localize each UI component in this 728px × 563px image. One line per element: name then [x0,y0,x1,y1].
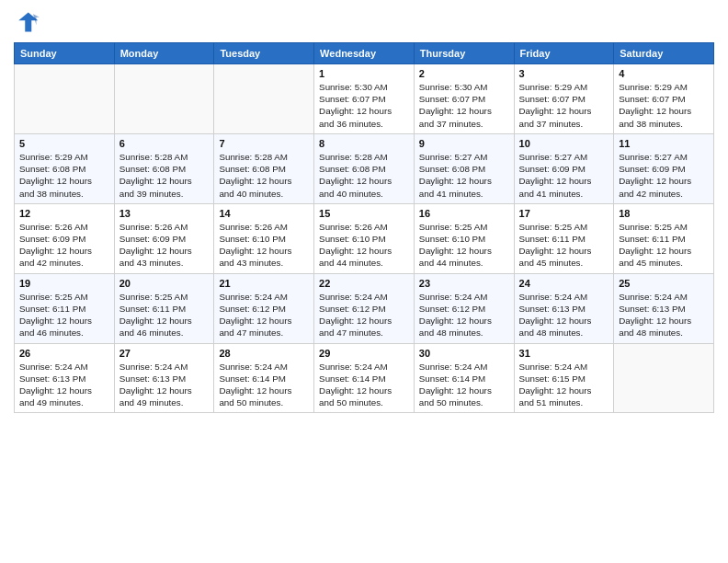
calendar-week-2: 5Sunrise: 5:29 AM Sunset: 6:08 PM Daylig… [15,133,714,203]
calendar-cell: 12Sunrise: 5:26 AM Sunset: 6:09 PM Dayli… [15,203,115,273]
day-number: 20 [119,278,210,289]
day-number: 19 [19,278,109,289]
day-number: 4 [619,68,709,79]
day-number: 11 [619,138,709,149]
day-info: Sunrise: 5:25 AM Sunset: 6:11 PM Dayligh… [119,291,210,339]
day-number: 17 [519,208,609,219]
calendar-week-3: 12Sunrise: 5:26 AM Sunset: 6:09 PM Dayli… [15,203,714,273]
day-number: 24 [519,278,609,289]
day-info: Sunrise: 5:27 AM Sunset: 6:08 PM Dayligh… [419,151,509,200]
logo-icon [14,9,40,35]
calendar-cell: 17Sunrise: 5:25 AM Sunset: 6:11 PM Dayli… [514,203,614,273]
day-number: 25 [619,278,709,289]
calendar-cell: 7Sunrise: 5:28 AM Sunset: 6:08 PM Daylig… [214,133,314,203]
day-info: Sunrise: 5:28 AM Sunset: 6:08 PM Dayligh… [219,151,309,200]
day-number: 10 [519,138,609,149]
calendar-cell: 23Sunrise: 5:24 AM Sunset: 6:12 PM Dayli… [414,273,514,343]
calendar-cell: 9Sunrise: 5:27 AM Sunset: 6:08 PM Daylig… [414,133,514,203]
day-info: Sunrise: 5:24 AM Sunset: 6:12 PM Dayligh… [419,291,509,339]
header-saturday: Saturday [614,43,714,64]
day-number: 22 [319,278,409,289]
calendar-header-row: SundayMondayTuesdayWednesdayThursdayFrid… [15,43,714,64]
day-number: 14 [219,208,309,219]
header-tuesday: Tuesday [214,43,314,64]
day-info: Sunrise: 5:24 AM Sunset: 6:13 PM Dayligh… [19,361,109,409]
calendar-table: SundayMondayTuesdayWednesdayThursdayFrid… [14,42,714,413]
page-header [14,9,714,35]
header-friday: Friday [514,43,614,64]
calendar-cell: 10Sunrise: 5:27 AM Sunset: 6:09 PM Dayli… [514,133,614,203]
calendar-cell: 27Sunrise: 5:24 AM Sunset: 6:13 PM Dayli… [114,343,214,413]
day-info: Sunrise: 5:24 AM Sunset: 6:14 PM Dayligh… [419,361,509,409]
day-info: Sunrise: 5:25 AM Sunset: 6:11 PM Dayligh… [19,291,109,339]
header-wednesday: Wednesday [314,43,415,64]
calendar-cell: 1Sunrise: 5:30 AM Sunset: 6:07 PM Daylig… [314,64,415,134]
day-number: 8 [319,138,409,149]
day-number: 3 [519,68,609,79]
day-info: Sunrise: 5:24 AM Sunset: 6:14 PM Dayligh… [319,361,409,409]
header-thursday: Thursday [414,43,514,64]
day-number: 18 [619,208,709,219]
day-number: 30 [419,348,509,359]
calendar-cell: 24Sunrise: 5:24 AM Sunset: 6:13 PM Dayli… [514,273,614,343]
day-number: 26 [19,348,109,359]
day-info: Sunrise: 5:24 AM Sunset: 6:12 PM Dayligh… [219,291,309,339]
calendar-cell: 14Sunrise: 5:26 AM Sunset: 6:10 PM Dayli… [214,203,314,273]
day-info: Sunrise: 5:25 AM Sunset: 6:11 PM Dayligh… [519,221,609,270]
day-number: 21 [219,278,309,289]
day-info: Sunrise: 5:24 AM Sunset: 6:12 PM Dayligh… [319,291,409,339]
calendar-cell: 11Sunrise: 5:27 AM Sunset: 6:09 PM Dayli… [614,133,714,203]
calendar-cell: 28Sunrise: 5:24 AM Sunset: 6:14 PM Dayli… [214,343,314,413]
day-info: Sunrise: 5:29 AM Sunset: 6:07 PM Dayligh… [519,81,609,130]
calendar-cell: 6Sunrise: 5:28 AM Sunset: 6:08 PM Daylig… [114,133,214,203]
calendar-cell: 15Sunrise: 5:26 AM Sunset: 6:10 PM Dayli… [314,203,415,273]
day-info: Sunrise: 5:26 AM Sunset: 6:10 PM Dayligh… [319,221,409,270]
day-info: Sunrise: 5:24 AM Sunset: 6:13 PM Dayligh… [619,291,709,339]
calendar-cell: 13Sunrise: 5:26 AM Sunset: 6:09 PM Dayli… [114,203,214,273]
header-monday: Monday [114,43,214,64]
day-info: Sunrise: 5:29 AM Sunset: 6:08 PM Dayligh… [19,151,109,200]
day-number: 7 [219,138,309,149]
calendar-cell: 25Sunrise: 5:24 AM Sunset: 6:13 PM Dayli… [614,273,714,343]
calendar-cell: 16Sunrise: 5:25 AM Sunset: 6:10 PM Dayli… [414,203,514,273]
calendar-cell: 5Sunrise: 5:29 AM Sunset: 6:08 PM Daylig… [15,133,115,203]
day-info: Sunrise: 5:25 AM Sunset: 6:11 PM Dayligh… [619,221,709,270]
calendar-cell: 21Sunrise: 5:24 AM Sunset: 6:12 PM Dayli… [214,273,314,343]
day-number: 9 [419,138,509,149]
day-number: 29 [319,348,409,359]
calendar-cell: 31Sunrise: 5:24 AM Sunset: 6:15 PM Dayli… [514,343,614,413]
calendar-week-1: 1Sunrise: 5:30 AM Sunset: 6:07 PM Daylig… [15,64,714,134]
day-number: 16 [419,208,509,219]
day-number: 13 [119,208,210,219]
day-info: Sunrise: 5:25 AM Sunset: 6:10 PM Dayligh… [419,221,509,270]
calendar-cell: 4Sunrise: 5:29 AM Sunset: 6:07 PM Daylig… [614,64,714,134]
calendar-cell: 30Sunrise: 5:24 AM Sunset: 6:14 PM Dayli… [414,343,514,413]
day-number: 5 [19,138,109,149]
day-number: 2 [419,68,509,79]
calendar-cell: 2Sunrise: 5:30 AM Sunset: 6:07 PM Daylig… [414,64,514,134]
calendar-cell [214,64,314,134]
header-sunday: Sunday [15,43,115,64]
calendar-cell: 19Sunrise: 5:25 AM Sunset: 6:11 PM Dayli… [15,273,115,343]
calendar-cell: 22Sunrise: 5:24 AM Sunset: 6:12 PM Dayli… [314,273,415,343]
day-info: Sunrise: 5:26 AM Sunset: 6:09 PM Dayligh… [119,221,210,270]
day-number: 27 [119,348,210,359]
day-number: 28 [219,348,309,359]
day-number: 15 [319,208,409,219]
day-info: Sunrise: 5:28 AM Sunset: 6:08 PM Dayligh… [319,151,409,200]
calendar-cell: 18Sunrise: 5:25 AM Sunset: 6:11 PM Dayli… [614,203,714,273]
calendar-week-5: 26Sunrise: 5:24 AM Sunset: 6:13 PM Dayli… [15,343,714,413]
day-number: 23 [419,278,509,289]
day-number: 12 [19,208,109,219]
calendar-cell: 8Sunrise: 5:28 AM Sunset: 6:08 PM Daylig… [314,133,415,203]
calendar-cell: 3Sunrise: 5:29 AM Sunset: 6:07 PM Daylig… [514,64,614,134]
day-info: Sunrise: 5:27 AM Sunset: 6:09 PM Dayligh… [619,151,709,200]
calendar-cell [15,64,115,134]
calendar-cell: 29Sunrise: 5:24 AM Sunset: 6:14 PM Dayli… [314,343,415,413]
day-info: Sunrise: 5:24 AM Sunset: 6:13 PM Dayligh… [119,361,210,409]
day-info: Sunrise: 5:30 AM Sunset: 6:07 PM Dayligh… [419,81,509,130]
day-info: Sunrise: 5:24 AM Sunset: 6:14 PM Dayligh… [219,361,309,409]
calendar-cell [114,64,214,134]
calendar-cell [614,343,714,413]
calendar-week-4: 19Sunrise: 5:25 AM Sunset: 6:11 PM Dayli… [15,273,714,343]
